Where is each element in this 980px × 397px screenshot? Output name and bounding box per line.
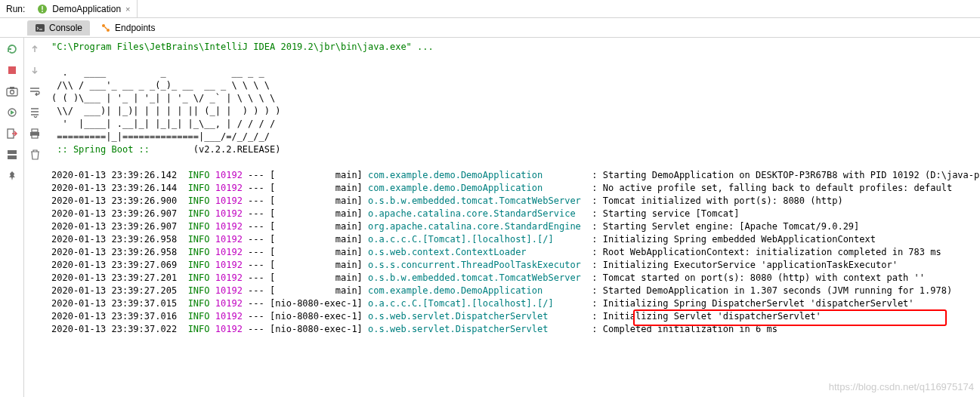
run-label: Run: xyxy=(0,4,31,14)
tab-label: DemoApplication xyxy=(52,4,121,14)
svg-rect-12 xyxy=(8,155,17,159)
watermark: https://blog.csdn.net/q116975174 xyxy=(829,381,974,392)
rerun-icon[interactable] xyxy=(5,42,19,56)
run-tool-header: Run: DemoApplication × xyxy=(0,0,980,18)
stop-icon[interactable] xyxy=(5,63,19,77)
tab-endpoints[interactable]: Endpoints xyxy=(93,20,162,35)
tab-console-label: Console xyxy=(49,23,82,33)
up-icon[interactable] xyxy=(28,42,42,56)
exit-icon[interactable] xyxy=(5,127,19,140)
svg-rect-5 xyxy=(8,66,16,74)
console-output[interactable]: "C:\Program Files\JetBrains\IntelliJ IDE… xyxy=(45,38,980,397)
soft-wrap-icon[interactable] xyxy=(28,85,42,98)
tab-endpoints-label: Endpoints xyxy=(115,23,155,33)
print-icon[interactable] xyxy=(28,127,42,140)
close-icon[interactable]: × xyxy=(125,5,130,14)
svg-point-3 xyxy=(102,24,105,27)
svg-rect-15 xyxy=(32,135,38,138)
camera-icon[interactable] xyxy=(5,85,19,98)
spring-boot-icon xyxy=(37,4,48,14)
run-config-tab[interactable]: DemoApplication × xyxy=(31,0,137,17)
down-icon[interactable] xyxy=(28,63,42,77)
svg-rect-11 xyxy=(8,150,17,154)
console-icon xyxy=(35,23,45,33)
left-gutter xyxy=(0,38,24,397)
trash-icon[interactable] xyxy=(28,148,42,162)
main-area: "C:\Program Files\JetBrains\IntelliJ IDE… xyxy=(0,38,980,397)
svg-rect-6 xyxy=(7,88,17,96)
scroll-to-end-icon[interactable] xyxy=(28,106,42,119)
svg-point-4 xyxy=(107,29,110,32)
svg-point-1 xyxy=(42,11,43,12)
settings-with-run-icon[interactable] xyxy=(5,106,19,119)
highlight-box xyxy=(633,309,947,326)
layout-icon[interactable] xyxy=(5,148,19,162)
tab-console[interactable]: Console xyxy=(27,20,90,35)
svg-rect-8 xyxy=(10,87,14,89)
svg-rect-13 xyxy=(32,129,38,132)
pin-icon[interactable] xyxy=(5,169,19,183)
endpoints-icon xyxy=(100,23,111,33)
console-tabs: Console Endpoints xyxy=(0,18,980,38)
second-gutter xyxy=(24,38,45,397)
svg-rect-2 xyxy=(36,24,45,32)
svg-point-7 xyxy=(10,91,14,94)
